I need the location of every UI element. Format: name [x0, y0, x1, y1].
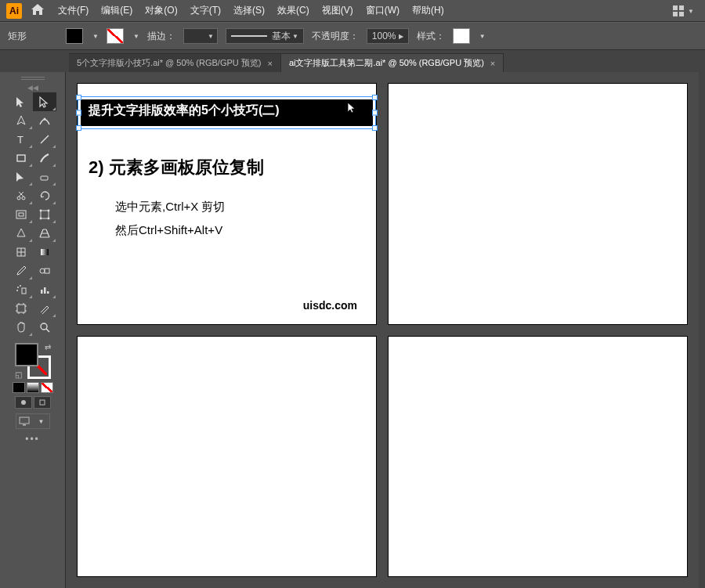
eyedropper-tool[interactable]	[9, 262, 33, 280]
fill-stroke-control[interactable]: ⇄ ◱	[15, 343, 51, 379]
color-mode-gradient[interactable]	[27, 382, 39, 393]
blend-tool[interactable]	[33, 262, 56, 280]
menu-view[interactable]: 视图(V)	[317, 1, 358, 20]
shape-builder-tool[interactable]	[9, 224, 33, 243]
close-icon[interactable]: ×	[490, 59, 495, 68]
right-panel-strip[interactable]	[699, 72, 705, 588]
fill-swatch[interactable]	[66, 28, 83, 44]
menu-edit[interactable]: 编辑(E)	[96, 1, 137, 20]
canvas-area[interactable]: 提升文字排版效率的5个小技巧(二) 2) 元素多画板原位复制 选中元素,Ctrl…	[66, 72, 699, 588]
zoom-tool[interactable]	[33, 318, 56, 337]
artboard-credit[interactable]: uisdc.com	[303, 299, 357, 312]
direct-selection-tool[interactable]	[33, 92, 56, 111]
svg-text:T: T	[17, 134, 24, 146]
mesh-tool[interactable]	[9, 243, 33, 262]
artboard-body-line-2[interactable]: 然后Ctrl+Shift+Alt+V	[115, 223, 222, 238]
svg-rect-3	[679, 12, 684, 16]
menu-effect[interactable]: 效果(C)	[273, 1, 314, 20]
panel-grip-icon[interactable]	[21, 77, 45, 80]
stroke-dropdown-icon[interactable]: ▼	[132, 33, 139, 40]
hand-tool[interactable]	[9, 318, 33, 337]
pen-tool[interactable]	[9, 111, 33, 130]
menu-help[interactable]: 帮助(H)	[407, 1, 449, 20]
fill-dropdown-icon[interactable]: ▼	[91, 33, 99, 40]
resize-handle[interactable]	[76, 95, 81, 100]
svg-point-4	[43, 118, 45, 121]
draw-behind-icon[interactable]	[34, 396, 51, 409]
scissors-tool[interactable]	[9, 186, 33, 205]
menu-window[interactable]: 窗口(W)	[361, 1, 404, 20]
slice-tool[interactable]	[33, 299, 56, 318]
brush-definition-dropdown[interactable]: 基本▼	[226, 28, 304, 44]
shaper-tool[interactable]	[9, 168, 33, 186]
artboard-2[interactable]	[388, 83, 688, 325]
style-swatch[interactable]	[453, 28, 470, 44]
perspective-tool[interactable]	[33, 224, 56, 243]
width-tool[interactable]	[9, 205, 33, 224]
free-transform-tool[interactable]	[33, 205, 56, 224]
svg-rect-1	[679, 5, 684, 10]
color-mode-none[interactable]	[41, 382, 53, 393]
selection-bounding-box[interactable]	[78, 96, 376, 129]
eraser-tool[interactable]	[33, 168, 56, 186]
menu-type[interactable]: 文字(T)	[186, 1, 226, 20]
svg-point-14	[39, 210, 42, 212]
column-graph-tool[interactable]	[33, 280, 56, 299]
menu-file[interactable]: 文件(F)	[53, 1, 93, 20]
paintbrush-tool[interactable]	[33, 149, 56, 168]
svg-rect-29	[44, 287, 46, 294]
artboard-body-line-1[interactable]: 选中元素,Ctrl+X 剪切	[115, 200, 225, 215]
artboard-1[interactable]: 提升文字排版效率的5个小技巧(二) 2) 元素多画板原位复制 选中元素,Ctrl…	[77, 83, 377, 325]
close-icon[interactable]: ×	[267, 59, 272, 68]
menu-select[interactable]: 选择(S)	[229, 1, 269, 20]
document-tab-2[interactable]: ai文字排版工具第二期.ai* @ 50% (RGB/GPU 预览) ×	[281, 53, 504, 72]
workspace-switcher-icon[interactable]: ▼	[668, 2, 699, 20]
resize-handle[interactable]	[372, 125, 378, 131]
artboard-3[interactable]	[77, 336, 377, 578]
resize-handle[interactable]	[372, 110, 378, 116]
swap-fill-stroke-icon[interactable]: ⇄	[45, 343, 51, 352]
document-tab-1[interactable]: 5个文字排版小技巧.ai* @ 50% (RGB/GPU 预览) ×	[69, 53, 281, 72]
rectangle-tool[interactable]	[9, 149, 33, 168]
svg-rect-2	[673, 12, 678, 16]
stroke-swatch[interactable]	[107, 28, 124, 44]
default-fill-stroke-icon[interactable]: ◱	[15, 370, 22, 379]
selection-tool[interactable]	[9, 92, 33, 111]
menu-bar: Ai 文件(F) 编辑(E) 对象(O) 文字(T) 选择(S) 效果(C) 视…	[0, 0, 705, 22]
symbol-sprayer-tool[interactable]	[9, 280, 33, 299]
svg-point-15	[47, 210, 49, 212]
opacity-input[interactable]: 100%▶	[367, 28, 409, 44]
svg-rect-37	[23, 424, 26, 426]
resize-handle[interactable]	[76, 125, 81, 131]
curvature-tool[interactable]	[33, 111, 56, 130]
draw-mode-row	[15, 396, 51, 409]
stroke-weight-input[interactable]: ▼	[183, 28, 218, 44]
resize-handle[interactable]	[372, 95, 378, 100]
svg-line-6	[41, 135, 49, 143]
panel-collapse-icon[interactable]: ◀◀	[0, 83, 65, 92]
draw-normal-icon[interactable]	[15, 396, 32, 409]
style-dropdown-icon[interactable]: ▼	[478, 33, 486, 40]
gradient-tool[interactable]	[33, 243, 56, 262]
artboard-heading[interactable]: 2) 元素多画板原位复制	[89, 156, 264, 179]
artboard-tool[interactable]	[9, 299, 33, 318]
artboard-4[interactable]	[388, 336, 688, 578]
screen-mode-icon	[16, 414, 32, 428]
svg-rect-8	[41, 176, 48, 180]
rotate-tool[interactable]	[33, 186, 56, 205]
style-label: 样式：	[417, 30, 445, 43]
menu-object[interactable]: 对象(O)	[140, 1, 182, 20]
screen-mode-button[interactable]: ▼	[16, 413, 50, 429]
svg-rect-23	[45, 269, 49, 273]
resize-handle[interactable]	[76, 110, 81, 116]
svg-rect-0	[673, 5, 678, 10]
edit-toolbar-button[interactable]: •••	[25, 434, 40, 445]
fill-color-icon[interactable]	[15, 343, 38, 366]
color-mode-solid[interactable]	[13, 382, 25, 393]
svg-point-26	[20, 285, 21, 287]
home-icon[interactable]	[25, 4, 50, 17]
type-tool[interactable]: T	[9, 130, 33, 149]
line-tool[interactable]	[33, 130, 56, 149]
svg-rect-12	[19, 213, 24, 216]
app-logo: Ai	[6, 3, 22, 19]
